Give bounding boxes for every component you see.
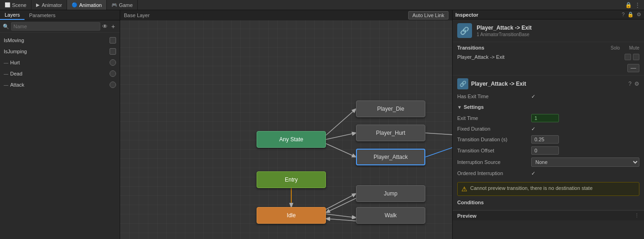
list-item[interactable]: — Hurt [0,57,120,68]
lock-icon[interactable]: 🔒 [625,2,632,8]
param-name-isjumping: IsJumping [4,49,27,54]
help-icon[interactable]: ? [622,12,625,18]
node-idle[interactable]: Idle [257,207,326,224]
transitions-section: Transitions Solo Mute Player_Attack -> E… [453,42,644,75]
animation-icon: 🔵 [72,2,77,7]
transition-detail-section: 🔗 Player_Attack -> Exit ? ⚙ Has Exit Tim… [453,75,644,210]
node-player-die[interactable]: Player_Die [356,101,425,117]
has-exit-time-checkbox[interactable]: ✓ [531,94,535,100]
tab-scene-label: Scene [12,2,26,8]
transition-name[interactable]: Player_Attack -> Exit [457,54,504,60]
object-name: Player_Attack -> Exit [477,25,532,31]
tab-animator-label: Animator [42,2,62,8]
node-entry[interactable]: Entry [257,171,326,188]
solo-label: Solo [611,45,620,50]
svg-line-6 [326,214,356,218]
canvas-area[interactable]: Base Layer Auto Live Link [120,10,452,239]
transition-duration-input[interactable] [531,135,559,144]
warning-icon: ⚠ [461,185,467,193]
trigger-icon-dead: — [4,71,8,76]
transition-solo-checkbox[interactable] [625,54,631,60]
subsection-title: Player_Attack -> Exit [471,81,526,87]
node-walk[interactable]: Walk [356,207,425,224]
has-exit-time-label: Has Exit Time [457,94,531,99]
transition-mute-checkbox[interactable] [633,54,639,60]
node-jump[interactable]: Jump [356,185,425,202]
inspector-title: Inspector [455,12,478,18]
has-exit-time-row: Has Exit Time ✓ [457,91,639,101]
param-trigger-hurt[interactable] [110,59,116,66]
svg-line-4 [425,142,452,157]
param-name-hurt: — Hurt [4,60,20,65]
preview-more-icon[interactable]: ⋮ [634,213,639,219]
tab-animator[interactable]: ▶ Animator [31,0,67,10]
fixed-duration-label: Fixed Duration [457,126,531,132]
param-name-dead: — Dead [4,71,22,76]
subsection-gear-icon[interactable]: ⚙ [634,81,639,87]
auto-live-button[interactable]: Auto Live Link [408,11,448,19]
settings-collapse[interactable]: ▼ Settings [457,103,639,111]
inspector-object: 🔗 Player_Attack -> Exit 1 AnimatorTransi… [453,19,644,42]
svg-line-8 [326,219,356,221]
ordered-interruption-value: ✓ [531,170,639,176]
add-param-button[interactable]: + [110,23,117,30]
preview-actions: ⋮ [634,213,639,219]
trigger-icon-attack: — [4,82,8,88]
param-bool-isjumping[interactable] [110,48,116,55]
list-item[interactable]: IsJumping [0,46,120,57]
tab-layers[interactable]: Layers [0,10,25,20]
subsection-help-icon[interactable]: ? [628,81,632,87]
trigger-icon-hurt: — [4,60,8,65]
exit-time-input[interactable] [531,114,559,122]
param-name-attack: — Attack [4,82,25,88]
object-type: 1 AnimatorTransitionBase [477,32,532,37]
param-name-ismoving: IsMoving [4,38,24,43]
fixed-duration-checkbox[interactable]: ✓ [531,126,535,132]
settings-group: Exit Time Fixed Duration ✓ Transition Du… [457,111,639,180]
param-bool-ismoving[interactable] [110,37,116,44]
svg-line-3 [425,133,452,136]
interruption-source-row: Interruption Source None [457,156,639,168]
transition-duration-label: Transition Duration (s) [457,137,531,142]
node-player-attack[interactable]: Player_Attack [356,149,425,165]
remove-transition-button[interactable]: — [627,64,639,72]
param-trigger-dead[interactable] [110,70,116,77]
transition-icon: 🔗 [460,26,469,35]
animator-icon: ▶ [36,2,40,7]
search-input[interactable] [11,22,100,31]
tab-scene[interactable]: ⬜ Scene [0,0,31,10]
node-any-state[interactable]: Any State [257,131,326,148]
list-item[interactable]: — Dead [0,68,120,79]
node-player-hurt[interactable]: Player_Hurt [356,125,425,141]
more-icon[interactable]: ⋮ [635,2,640,8]
svg-line-2 [326,144,356,157]
param-search-bar: 🔍 👁 + [0,20,120,33]
object-info: Player_Attack -> Exit 1 AnimatorTransiti… [477,25,532,37]
param-trigger-attack[interactable] [110,82,116,88]
transition-row: Player_Attack -> Exit [457,52,639,62]
transition-offset-input[interactable] [531,146,559,155]
list-item[interactable]: — Attack [0,79,120,90]
svg-line-7 [326,194,356,209]
exit-time-label: Exit Time [457,115,531,121]
param-list: IsMoving IsJumping — Hurt — Dead [0,33,120,239]
warning-box: ⚠ Cannot preview transition, there is no… [457,182,639,196]
search-icon: 🔍 [3,24,9,30]
scene-icon: ⬜ [5,2,10,7]
visibility-button[interactable]: 👁 [102,23,108,30]
list-item[interactable]: IsMoving [0,35,120,46]
object-icon: 🔗 [457,23,472,38]
interruption-source-select[interactable]: None [531,157,639,167]
tab-animation[interactable]: 🔵 Animation [67,0,107,10]
tab-parameters[interactable]: Parameters [25,10,60,20]
lock-icon[interactable]: 🔒 [627,12,634,18]
left-panel-tabs: Layers Parameters [0,10,120,20]
has-exit-time-value: ✓ [531,94,639,100]
exit-time-value [531,114,639,122]
collapse-icon: ▼ [457,105,462,110]
inspector-header: Inspector ? 🔒 ⚙ [453,10,644,19]
gear-icon[interactable]: ⚙ [637,12,641,18]
ordered-interruption-checkbox[interactable]: ✓ [531,170,535,176]
mute-label: Mute [629,45,639,50]
tab-game[interactable]: 🎮 Game [107,0,138,10]
